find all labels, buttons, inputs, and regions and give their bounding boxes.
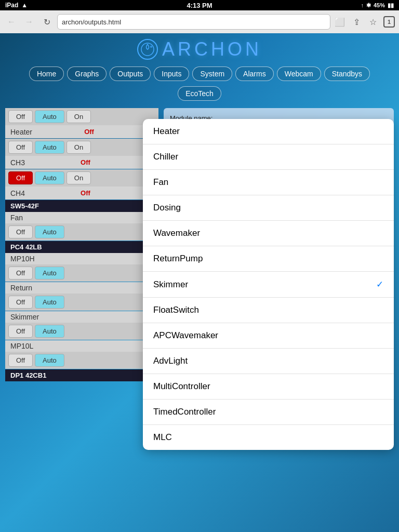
skimmer-off-btn[interactable]: Off [8, 325, 33, 338]
ch4-name: CH4 [10, 189, 25, 197]
dropdown-label-multicontroller: MultiController [153, 381, 210, 392]
return-auto-btn[interactable]: Auto [35, 296, 64, 309]
share-icon[interactable]: ⇪ [350, 16, 363, 28]
refresh-button[interactable]: ↻ [39, 15, 54, 29]
dropdown-label-mlc: MLC [153, 432, 172, 443]
dropdown-item-returnpump[interactable]: ReturnPump [143, 246, 394, 272]
section-sw5: SW5-42F [5, 200, 158, 212]
ch3-on-btn[interactable]: On [66, 141, 91, 154]
dropdown-item-mlc[interactable]: MLC [143, 425, 394, 450]
nav-inputs[interactable]: Inputs [154, 66, 189, 81]
dropdown-item-multicontroller[interactable]: MultiController [143, 374, 394, 400]
dropdown-item-wavemaker[interactable]: Wavemaker [143, 221, 394, 246]
ch4-auto-btn[interactable]: Auto [35, 171, 64, 184]
heater-status: Off [84, 128, 94, 136]
url-text: archon/outputs.html [62, 18, 121, 26]
back-button[interactable]: ← [4, 15, 19, 29]
mp10h-off-btn[interactable]: Off [8, 267, 33, 280]
address-bar[interactable]: archon/outputs.html [57, 14, 330, 30]
dropdown-item-dosing[interactable]: Dosing [143, 195, 394, 221]
nav-bar: Home Graphs Outputs Inputs System Alarms… [0, 64, 399, 83]
nav-webcam[interactable]: Webcam [277, 66, 321, 81]
nav-outputs[interactable]: Outputs [110, 66, 151, 81]
dropdown-item-timedcontroller[interactable]: TimedController [143, 400, 394, 425]
return-off-btn[interactable]: Off [8, 296, 33, 309]
nav-bar-secondary: EcoTech [0, 83, 399, 103]
ch3-auto-btn[interactable]: Auto [35, 141, 64, 154]
bluetooth-icon: ✱ [366, 2, 371, 9]
dropdown-label-wavemaker: Wavemaker [153, 228, 200, 238]
dropdown-item-advlight[interactable]: AdvLight [143, 349, 394, 374]
left-panel: Off Auto On Heater Off ⚙ Off Auto On [5, 108, 158, 381]
mp10l-name: MP10L [10, 342, 33, 350]
mp10l-label-row: MP10L On [5, 340, 158, 352]
airplay-icon[interactable]: ⬜ [334, 16, 346, 28]
nav-standbys[interactable]: Standbys [324, 66, 370, 81]
mp10l-off-btn[interactable]: Off [8, 354, 33, 367]
nav-home[interactable]: Home [29, 66, 64, 81]
channel-row-mp10l: MP10L On Off Auto [5, 340, 158, 369]
ch4-controls: Off Auto On [5, 169, 158, 187]
dropdown-item-fan[interactable]: Fan [143, 170, 394, 195]
fan-name: Fan [10, 214, 23, 222]
nav-alarms[interactable]: Alarms [235, 66, 274, 81]
heater-off-btn[interactable]: Off [8, 110, 33, 123]
mp10h-auto-btn[interactable]: Auto [35, 267, 64, 280]
bookmark-icon[interactable]: ☆ [367, 16, 379, 28]
mp10h-label-row: MP10H On [5, 253, 158, 264]
heater-on-btn[interactable]: On [66, 110, 91, 123]
archon-header: ARCHON [0, 33, 399, 64]
ch4-status: Off [81, 189, 90, 197]
fan-auto-btn[interactable]: Auto [35, 225, 64, 238]
mp10h-name: MP10H [10, 255, 35, 263]
mp10l-auto-btn[interactable]: Auto [35, 354, 64, 367]
section-dp1: DP1 42CB1 [5, 369, 158, 381]
dropdown-item-floatswitch[interactable]: FloatSwitch [143, 298, 394, 323]
status-bar: iPad ▲ 4:13 PM ↑ ✱ 45% ▮▮ [0, 0, 399, 10]
heater-label-row: Heater Off ⚙ [5, 125, 158, 138]
dropdown-label-chiller: Chiller [153, 152, 178, 162]
channel-row-ch4: Off Auto On CH4 Off ⚙ [5, 169, 158, 200]
ch3-status: Off [81, 158, 90, 166]
channel-row-ch3: Off Auto On CH3 Off ⚙ [5, 139, 158, 169]
wifi-icon: ▲ [21, 2, 28, 9]
nav-ecotech[interactable]: EcoTech [178, 86, 221, 101]
channel-row-return: Return On Off Auto [5, 282, 158, 311]
ch3-name: CH3 [10, 158, 25, 167]
channel-row-heater: Off Auto On Heater Off ⚙ [5, 108, 158, 138]
tab-count[interactable]: 1 [383, 16, 395, 28]
section-pc4: PC4 42LB [5, 241, 158, 253]
heater-auto-btn[interactable]: Auto [35, 110, 64, 123]
skimmer-auto-btn[interactable]: Auto [35, 325, 64, 338]
channel-row-fan: Fan On Off Auto [5, 212, 158, 241]
battery-icon: ▮▮ [388, 2, 394, 9]
ch4-label-row: CH4 Off ⚙ [5, 187, 158, 200]
channel-row-mp10h: MP10H On Off Auto [5, 253, 158, 282]
forward-button[interactable]: → [22, 15, 36, 29]
skimmer-controls: Off Auto [5, 323, 158, 340]
page-background: ARCHON Home Graphs Outputs Inputs System… [0, 33, 399, 532]
ch4-on-btn[interactable]: On [66, 171, 91, 184]
dropdown-item-apcwavemaker[interactable]: APCWavemaker [143, 323, 394, 349]
battery-label: 45% [374, 2, 385, 8]
dropdown-label-timedcontroller: TimedController [153, 407, 216, 417]
dropdown-item-chiller[interactable]: Chiller [143, 144, 394, 170]
ch4-off-btn[interactable]: Off [8, 171, 33, 184]
fan-off-btn[interactable]: Off [8, 225, 33, 238]
browser-chrome: ← → ↻ archon/outputs.html ⬜ ⇪ ☆ 1 [0, 10, 399, 34]
dropdown-item-heater[interactable]: Heater [143, 119, 394, 144]
location-icon: ↑ [361, 2, 364, 8]
dropdown-item-skimmer[interactable]: Skimmer ✓ [143, 272, 394, 298]
archon-logo-icon [137, 39, 158, 60]
dropdown-label-dosing: Dosing [153, 203, 181, 213]
nav-system[interactable]: System [192, 66, 232, 81]
skimmer-label-row: Skimmer On [5, 311, 158, 323]
function-dropdown[interactable]: Heater Chiller Fan Dosing Wavemaker Retu… [143, 119, 394, 450]
mp10l-controls: Off Auto [5, 352, 158, 369]
svg-point-1 [150, 46, 152, 48]
return-label-row: Return On [5, 282, 158, 294]
fan-label-row: Fan On [5, 212, 158, 223]
ch3-controls: Off Auto On [5, 139, 158, 156]
ch3-off-btn[interactable]: Off [8, 141, 33, 154]
nav-graphs[interactable]: Graphs [67, 66, 107, 81]
